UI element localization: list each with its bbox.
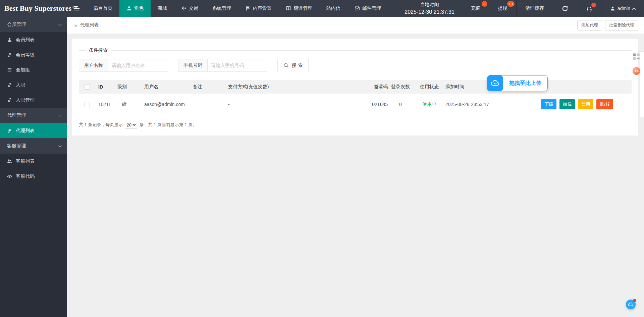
nav-item-translate[interactable]: 翻译管理	[279, 0, 319, 17]
nav-item-label: 角色	[134, 5, 144, 11]
sidebar-item-member-list[interactable]: 会员列表	[0, 32, 67, 47]
nav-item-system[interactable]: 系统管理	[205, 0, 238, 17]
sidebar-item-support-code[interactable]: </> 客服代码	[0, 169, 67, 184]
add-agent-button[interactable]: 添加代理	[577, 20, 602, 31]
support-button[interactable]	[577, 0, 601, 17]
link-icon	[7, 98, 12, 103]
flag-icon	[245, 6, 251, 11]
nav-item-roles[interactable]: 角色	[119, 0, 151, 17]
row-actions: 下级 编辑 禁用 删/转	[496, 99, 632, 109]
col-header-remark: 备注	[193, 84, 228, 90]
table-header-row: ID 级别 用户名 备注 支付方式(充值次数) 邀请码 登录次数 使用状态 添加…	[79, 80, 632, 94]
sidebar-item-member-level[interactable]: 会员等级	[0, 47, 67, 62]
search-button-label: 搜 索	[292, 62, 303, 68]
sidebar-section-label: 会员管理	[7, 21, 26, 28]
nav-item-label: 内容设置	[253, 5, 272, 11]
search-icon	[283, 63, 289, 68]
sidebar-section-support-mgmt[interactable]: 客服管理	[0, 138, 67, 154]
nav-item-content[interactable]: 内容设置	[238, 0, 279, 17]
refresh-icon	[562, 5, 568, 12]
page-header-bar: » 代理列表 添加代理 批量删除代理	[67, 17, 644, 34]
nav-item-label: 站内信	[326, 5, 340, 11]
sub-agents-button[interactable]: 下级	[541, 99, 556, 109]
local-time: 当地时间 2025-12-30 21:37:31	[397, 0, 462, 17]
sidebar-item-label: 客服列表	[16, 158, 35, 164]
sidebar-item-onboarding-mgmt[interactable]: 入职管理	[0, 93, 67, 108]
edit-button[interactable]: 编辑	[559, 99, 575, 109]
upload-cloud-badge	[487, 75, 503, 91]
nav-item-label: 商城	[158, 5, 167, 11]
recharge-badge: 8	[482, 1, 487, 7]
select-all-checkbox[interactable]	[85, 84, 90, 90]
sidebar-section-member-mgmt[interactable]: 会员管理	[0, 17, 67, 32]
app-logo-version: 3.0	[72, 5, 77, 9]
nav-item-label: 系统管理	[212, 5, 231, 11]
topbar-right: 当地时间 2025-12-30 21:37:31 充值 8 提现 13 清理缓存…	[397, 0, 644, 17]
nav-item-dashboard[interactable]: 后台首页	[87, 0, 119, 17]
recharge-link[interactable]: 充值 8	[462, 0, 489, 17]
app-logo: Best Buy Superstores 3.0	[0, 0, 67, 17]
cell-login-count: 0	[388, 102, 413, 107]
local-time-value: 2025-12-30 21:37:31	[405, 8, 454, 16]
sidebar-item-support-list[interactable]: 客服列表	[0, 154, 67, 169]
cell-invite-code: 021645	[364, 102, 388, 107]
sidebar-item-onboarding[interactable]: 入职	[0, 77, 67, 93]
withdraw-label: 提现	[498, 5, 507, 11]
pagination-suffix: 条，共 1 页当前显示第 1 页。	[139, 122, 197, 128]
row-checkbox[interactable]	[85, 102, 90, 107]
phone-input[interactable]	[208, 59, 267, 72]
sidebar-item-label: 代理列表	[16, 128, 35, 134]
breadcrumb-icon: »	[74, 22, 77, 28]
nav-item-trade[interactable]: 交易	[174, 0, 205, 17]
per-page-select[interactable]: 20	[125, 121, 137, 129]
chevron-up-icon	[632, 7, 636, 11]
search-fieldset: 条件搜索	[79, 47, 632, 53]
batch-delete-agent-button[interactable]: 批量删除代理	[605, 20, 638, 31]
chevron-down-icon	[58, 113, 62, 117]
right-scrollbar-strip[interactable]	[640, 51, 644, 117]
topbar: Best Buy Superstores 3.0 后台首页 角色 商城 交易 系…	[0, 0, 644, 17]
nav-item-messages[interactable]: 站内信	[319, 0, 347, 17]
sidebar-item-label: 叠加组	[16, 67, 30, 73]
local-time-label: 当地时间	[420, 1, 439, 8]
username-input[interactable]	[108, 59, 168, 72]
floating-cloud-button[interactable]	[626, 300, 636, 309]
sidebar-section-label: 代理管理	[7, 112, 26, 118]
floating-translate-icon[interactable]: 文A	[633, 67, 640, 75]
username-field-group: 用户名称	[79, 59, 168, 72]
nav-item-label: 后台首页	[94, 5, 112, 11]
drag-upload-overlay[interactable]: 拖拽至此上传	[487, 75, 548, 91]
disable-button[interactable]: 禁用	[578, 99, 593, 109]
mail-icon	[355, 6, 360, 11]
search-button[interactable]: 搜 索	[277, 59, 309, 72]
refresh-button[interactable]	[553, 0, 577, 17]
sidebar-item-label: 入职	[16, 82, 25, 88]
chevron-down-icon	[58, 144, 62, 147]
cell-payment: -	[228, 102, 364, 107]
phone-field-group: 手机号码	[178, 59, 267, 72]
clear-cache-link[interactable]: 清理缓存	[516, 0, 553, 17]
nav-item-mall[interactable]: 商城	[151, 0, 174, 17]
col-header-status: 使用状态	[413, 84, 445, 90]
app-logo-text: Best Buy Superstores	[4, 4, 71, 13]
sidebar-item-stack-group[interactable]: 叠加组	[0, 62, 67, 77]
pagination-prefix: 共 1 条记录，每页显示	[79, 122, 123, 128]
users-icon	[7, 159, 12, 164]
book-icon	[286, 6, 291, 11]
nav-item-mail[interactable]: 邮件管理	[347, 0, 388, 17]
withdraw-link[interactable]: 提现 13	[489, 0, 516, 17]
delete-transfer-button[interactable]: 删/转	[596, 99, 613, 109]
sidebar-section-agent-mgmt[interactable]: 代理管理	[0, 108, 67, 123]
pagination: 共 1 条记录，每页显示 20 条，共 1 页当前显示第 1 页。	[79, 121, 632, 129]
nav-item-label: 邮件管理	[362, 5, 381, 11]
link-icon	[7, 128, 12, 133]
list-icon	[7, 67, 12, 72]
cell-id: 10211	[96, 102, 117, 107]
floating-layout-icon[interactable]	[632, 53, 640, 61]
table-row: 10211 一级 aason@admin.com - 021645 0 使用中 …	[79, 94, 632, 115]
sidebar-item-agent-list[interactable]: 代理列表	[0, 123, 67, 138]
admin-menu[interactable]: admin	[601, 0, 644, 17]
user-icon	[126, 6, 132, 11]
user-icon	[610, 6, 615, 11]
link-icon	[7, 83, 12, 88]
